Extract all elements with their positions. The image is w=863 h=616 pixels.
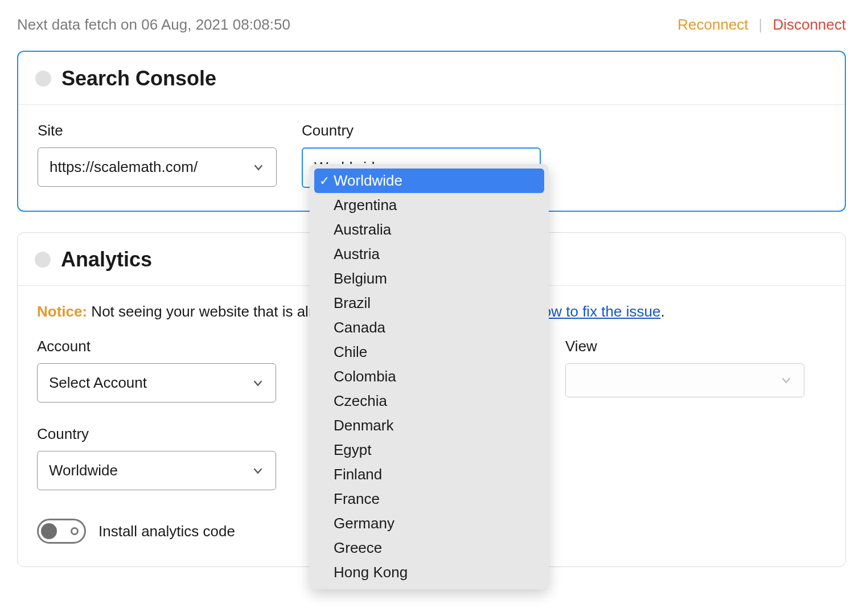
country-option-label: Canada xyxy=(334,319,385,336)
search-console-header[interactable]: Search Console xyxy=(18,52,845,105)
country-option-label: Brazil xyxy=(334,294,371,312)
install-analytics-toggle[interactable] xyxy=(37,519,86,544)
country-option-label: Australia xyxy=(334,221,391,239)
country-option-label: Germany xyxy=(334,515,394,532)
top-actions: Reconnect | Disconnect xyxy=(677,16,846,34)
account-label: Account xyxy=(37,338,276,355)
country-option[interactable]: ✓Australia xyxy=(314,217,544,242)
view-field: View xyxy=(565,338,804,403)
country-option-label: Czechia xyxy=(334,392,387,410)
country-option[interactable]: ✓Canada xyxy=(314,315,544,340)
view-select[interactable] xyxy=(565,363,804,397)
top-bar: Next data fetch on 06 Aug, 2021 08:08:50… xyxy=(17,16,846,34)
chevron-down-icon xyxy=(252,377,264,389)
account-select[interactable]: Select Account xyxy=(37,363,276,403)
country-option-label: Egypt xyxy=(334,441,372,459)
country-option[interactable]: ✓Brazil xyxy=(314,291,544,315)
country-option[interactable]: ✓Chile xyxy=(314,340,544,364)
chevron-down-icon xyxy=(780,374,792,387)
toggle-knob xyxy=(41,523,57,539)
account-select-value: Select Account xyxy=(49,374,147,392)
country-dropdown[interactable]: ✓Worldwide✓Argentina✓Australia✓Austria✓B… xyxy=(310,164,549,589)
toggle-ring xyxy=(71,527,79,535)
disconnect-link[interactable]: Disconnect xyxy=(772,16,846,34)
site-label: Site xyxy=(38,122,277,139)
analytics-title: Analytics xyxy=(61,248,152,272)
chevron-down-icon xyxy=(252,161,265,174)
chevron-down-icon xyxy=(252,465,264,477)
account-field: Account Select Account xyxy=(37,338,276,403)
country-option[interactable]: ✓Austria xyxy=(314,242,544,266)
view-label: View xyxy=(565,338,804,355)
country-option[interactable]: ✓Colombia xyxy=(314,364,544,389)
divider: | xyxy=(759,16,763,34)
country-option-label: Belgium xyxy=(334,270,387,288)
check-icon: ✓ xyxy=(318,174,331,188)
country-option[interactable]: ✓Argentina xyxy=(314,193,544,217)
country-option[interactable]: ✓Belgium xyxy=(314,266,544,291)
radio-icon xyxy=(35,71,51,87)
analytics-country-field: Country Worldwide xyxy=(37,425,276,490)
country-label: Country xyxy=(302,122,541,139)
site-field: Site https://scalemath.com/ xyxy=(38,122,277,188)
site-select[interactable]: https://scalemath.com/ xyxy=(38,147,277,187)
country-option-label: Finland xyxy=(334,466,382,483)
country-option[interactable]: ✓Egypt xyxy=(314,438,544,462)
country-option-label: Hong Kong xyxy=(334,564,408,581)
country-option-label: Greece xyxy=(334,539,382,557)
country-option-label: Chile xyxy=(334,343,367,361)
notice-period: . xyxy=(660,303,664,320)
country-option[interactable]: ✓Germany xyxy=(314,511,544,536)
country-option[interactable]: ✓Denmark xyxy=(314,413,544,438)
search-console-title: Search Console xyxy=(61,67,216,91)
analytics-country-select-value: Worldwide xyxy=(49,462,118,479)
analytics-country-select[interactable]: Worldwide xyxy=(37,451,276,490)
country-option-label: Denmark xyxy=(334,417,393,434)
country-option-label: Argentina xyxy=(334,196,397,214)
country-option-label: France xyxy=(334,490,380,508)
country-option[interactable]: ✓Czechia xyxy=(314,389,544,413)
analytics-country-label: Country xyxy=(37,425,276,443)
country-option[interactable]: ✓Hong Kong xyxy=(314,560,544,585)
notice-label: Notice: xyxy=(37,303,87,320)
radio-icon xyxy=(35,252,51,268)
country-option[interactable]: ✓Finland xyxy=(314,462,544,487)
country-option-label: Austria xyxy=(334,245,380,263)
install-analytics-label: Install analytics code xyxy=(98,523,235,540)
country-option-label: Worldwide xyxy=(334,172,402,190)
country-option[interactable]: ✓Greece xyxy=(314,536,544,560)
site-select-value: https://scalemath.com/ xyxy=(50,158,198,176)
next-fetch-info: Next data fetch on 06 Aug, 2021 08:08:50 xyxy=(17,16,290,34)
country-option-label: Colombia xyxy=(334,368,396,385)
reconnect-link[interactable]: Reconnect xyxy=(677,16,748,34)
country-option[interactable]: ✓Worldwide xyxy=(314,169,544,193)
country-option[interactable]: ✓France xyxy=(314,487,544,511)
